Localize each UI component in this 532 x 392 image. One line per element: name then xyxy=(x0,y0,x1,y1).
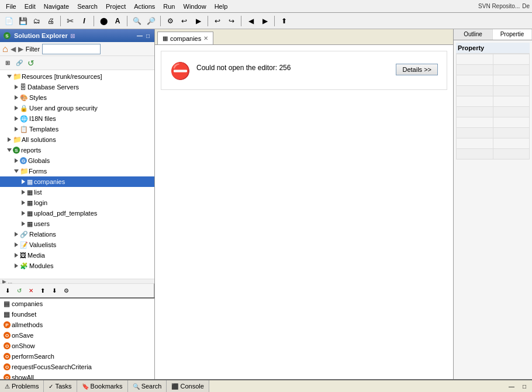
bottom-item-performsearch[interactable]: O performSearch xyxy=(0,351,154,362)
expand-login[interactable] xyxy=(20,199,27,206)
filter-input[interactable] xyxy=(42,44,101,54)
action3-btn[interactable]: ▶ xyxy=(192,15,205,27)
print-btn[interactable]: 🖨 xyxy=(44,15,57,27)
tree-item-modules[interactable]: 🧩 Modules xyxy=(0,261,154,271)
cut-btn[interactable]: ✂ xyxy=(64,15,77,27)
menu-edit[interactable]: Edit xyxy=(21,2,39,11)
expand-relations[interactable] xyxy=(13,231,20,238)
tree-item-companies[interactable]: ▦ companies xyxy=(0,176,154,187)
nav-back-btn[interactable]: ◀ xyxy=(244,15,257,27)
tree-item-globals[interactable]: G Globals xyxy=(0,155,154,166)
italic-btn[interactable]: I xyxy=(78,15,91,27)
bottom-item-foundset[interactable]: ▦ foundset xyxy=(0,309,154,320)
expand-db[interactable] xyxy=(13,84,20,91)
search-btn[interactable]: 🔍 xyxy=(130,15,143,27)
properties-tab[interactable]: Propertie xyxy=(493,29,532,40)
minimize-btn[interactable]: — xyxy=(136,33,144,39)
menu-help[interactable]: Help xyxy=(211,2,232,11)
status-tab-bookmarks[interactable]: 🔖 Bookmarks xyxy=(77,380,128,392)
menu-run[interactable]: Run xyxy=(160,2,178,11)
home-icon[interactable]: ⌂ xyxy=(2,44,8,54)
expand-valuelists[interactable] xyxy=(13,241,20,248)
text-btn[interactable]: A xyxy=(111,15,124,27)
action2-btn[interactable]: ↩ xyxy=(178,15,191,27)
menu-window[interactable]: Window xyxy=(180,2,210,11)
tab-close-btn[interactable]: ✕ xyxy=(203,35,208,41)
expand-reports[interactable] xyxy=(6,147,13,154)
companies-tab[interactable]: ▦ companies ✕ xyxy=(157,32,213,44)
back-icon[interactable]: ◀ xyxy=(11,45,16,53)
tree-item-forms[interactable]: 📁 Forms xyxy=(0,166,154,176)
tree-item-login[interactable]: ▦ login xyxy=(0,197,154,208)
new-btn[interactable]: 📄 xyxy=(2,15,15,27)
menu-navigate[interactable]: Navigate xyxy=(40,2,72,11)
expand-users[interactable] xyxy=(20,220,27,227)
search2-btn[interactable]: 🔎 xyxy=(144,15,157,27)
expand-globals[interactable] xyxy=(13,157,20,164)
expand-media[interactable] xyxy=(13,252,20,259)
bottom-item-showall[interactable]: O showAll xyxy=(0,372,154,379)
collapse-all-btn[interactable]: ⊞ xyxy=(2,58,13,68)
expand-user[interactable] xyxy=(13,105,20,112)
minimize-view-btn[interactable]: — xyxy=(506,381,517,391)
expand-upload[interactable] xyxy=(20,210,27,217)
expand-styles[interactable] xyxy=(13,94,20,101)
bt-new[interactable]: ⬇ xyxy=(2,286,13,296)
bt-delete[interactable]: ✕ xyxy=(26,286,36,296)
expand-companies[interactable] xyxy=(20,178,27,185)
bottom-item-allmethods[interactable]: P allmethods xyxy=(0,320,154,330)
action1-btn[interactable]: ⚙ xyxy=(164,15,177,27)
menu-actions[interactable]: Actions xyxy=(130,2,158,11)
save-btn[interactable]: 💾 xyxy=(16,15,29,27)
tree-item-list[interactable]: ▦ list xyxy=(0,187,154,197)
undo-btn[interactable]: ↩ xyxy=(211,15,224,27)
bt-refresh[interactable]: ↺ xyxy=(14,286,25,296)
redo-btn[interactable]: ↪ xyxy=(225,15,238,27)
expand-list[interactable] xyxy=(20,189,27,196)
save-all-btn[interactable]: 🗂 xyxy=(30,15,43,27)
menu-project[interactable]: Project xyxy=(102,2,129,11)
outline-tab[interactable]: Outline xyxy=(454,29,493,40)
nav-fwd-btn[interactable]: ▶ xyxy=(258,15,271,27)
status-tab-console[interactable]: ⬛ Console xyxy=(167,380,209,392)
tree-item-styles[interactable]: 🎨 Styles xyxy=(0,92,154,103)
bt-settings[interactable]: ⚙ xyxy=(61,286,71,296)
expand-i18n[interactable] xyxy=(13,115,20,122)
link-editor-btn[interactable]: 🔗 xyxy=(14,58,25,68)
refresh-btn[interactable]: ↺ xyxy=(26,58,36,68)
status-tab-tasks[interactable]: ✓ Tasks xyxy=(44,380,77,392)
bottom-item-requestfocus[interactable]: O requestFocusSearchCriteria xyxy=(0,362,154,372)
details-button[interactable]: Details >> xyxy=(396,64,438,75)
circle-btn[interactable]: ⬤ xyxy=(97,15,110,27)
bottom-item-onsave[interactable]: O onSave xyxy=(0,330,154,341)
tree-item-all-solutions[interactable]: 📁 All solutions xyxy=(0,134,154,145)
bottom-item-companies[interactable]: ▦ companies xyxy=(0,299,154,309)
status-tab-problems[interactable]: ⚠ Problems xyxy=(0,380,44,392)
status-tab-search[interactable]: 🔍 Search xyxy=(128,380,167,392)
tree-item-user-group[interactable]: 🔒 User and group security xyxy=(0,103,154,113)
tree-item-templates[interactable]: 📋 Templates xyxy=(0,124,154,134)
bottom-item-onshow[interactable]: O onShow xyxy=(0,341,154,351)
tree-item-media[interactable]: 🖼 Media xyxy=(0,250,154,261)
menu-file[interactable]: File xyxy=(2,2,20,11)
tree-item-valuelists[interactable]: 📝 Valuelists xyxy=(0,240,154,250)
forward-icon[interactable]: ▶ xyxy=(18,45,23,53)
maximize-btn[interactable]: □ xyxy=(145,33,151,39)
expand-resources[interactable] xyxy=(6,73,13,80)
tree-item-i18n[interactable]: 🌐 I18N files xyxy=(0,113,154,124)
bt-export[interactable]: ⬆ xyxy=(37,286,48,296)
tree-item-users[interactable]: ▦ users xyxy=(0,218,154,229)
maximize-view-btn[interactable]: □ xyxy=(519,381,530,391)
bt-import[interactable]: ⬇ xyxy=(49,286,60,296)
expand-forms[interactable] xyxy=(13,168,20,175)
tree-item-relations[interactable]: 🔗 Relations xyxy=(0,229,154,240)
expand-modules[interactable] xyxy=(13,262,20,269)
tree-item-resources[interactable]: 📁 Resources [trunk/resources] xyxy=(0,71,154,82)
expand-solutions[interactable] xyxy=(6,136,13,143)
tree-item-reports[interactable]: S reports xyxy=(0,145,154,155)
tree-item-upload[interactable]: ▦ upload_pdf_templates xyxy=(0,208,154,218)
menu-search[interactable]: Search xyxy=(74,2,101,11)
expand-templates[interactable] xyxy=(13,126,20,133)
export-btn[interactable]: ⬆ xyxy=(278,15,291,27)
tree-item-db-servers[interactable]: 🗄 Database Servers xyxy=(0,82,154,92)
